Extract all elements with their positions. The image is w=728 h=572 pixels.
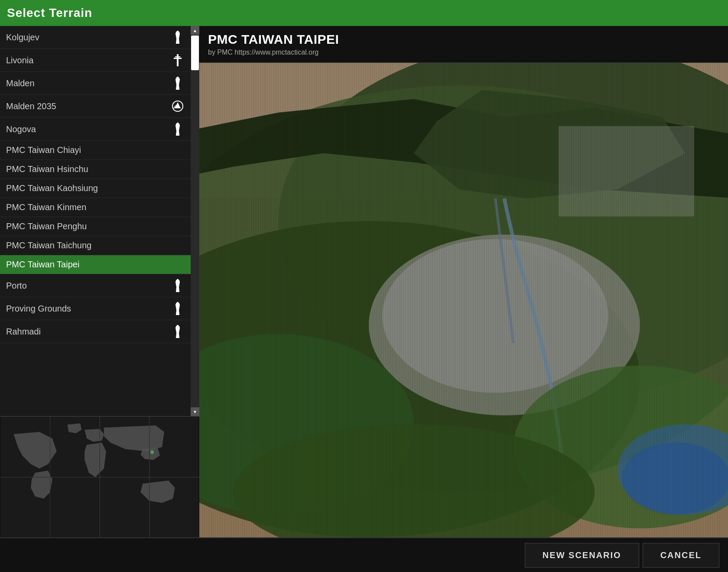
- terrain-item-label: PMC Taiwan Penghu: [6, 221, 185, 231]
- terrain-detail-title: PMC TAIWAN TAIPEI: [208, 32, 719, 47]
- terrain-item-label: PMC Taiwan Chiayi: [6, 145, 185, 155]
- terrain-item-label: Rahmadi: [6, 327, 171, 337]
- map-grid-v-1: [100, 417, 100, 537]
- terrain-preview: [199, 63, 728, 537]
- terrain-item-label: PMC Taiwan Taichung: [6, 240, 185, 250]
- svg-rect-2: [176, 33, 180, 34]
- svg-marker-30: [176, 282, 180, 287]
- svg-rect-21: [176, 124, 179, 125]
- svg-marker-32: [176, 288, 179, 291]
- svg-rect-9: [175, 56, 180, 57]
- terrain-item-icon: [171, 76, 185, 90]
- scrollbar: ▲ ▼: [191, 26, 199, 416]
- svg-rect-16: [176, 89, 179, 90]
- svg-rect-38: [176, 310, 179, 311]
- svg-marker-25: [176, 131, 179, 135]
- terrain-item[interactable]: Rahmadi: [0, 320, 191, 343]
- satellite-image: [199, 63, 728, 537]
- main-content: Kolgujev Livonia Malden Malden 2035 Nogo…: [0, 26, 728, 537]
- new-scenario-button[interactable]: NEW SCENARIO: [525, 543, 639, 568]
- terrain-item[interactable]: PMC Taiwan Taichung: [0, 236, 191, 255]
- svg-rect-6: [176, 43, 179, 44]
- left-panel: Kolgujev Livonia Malden Malden 2035 Nogo…: [0, 26, 199, 537]
- scroll-thumb[interactable]: [191, 36, 199, 70]
- terrain-item[interactable]: Proving Grounds: [0, 297, 191, 320]
- svg-marker-44: [176, 328, 180, 333]
- svg-rect-1: [176, 32, 179, 33]
- terrain-item-label: Nogova: [6, 124, 171, 134]
- svg-rect-42: [176, 326, 179, 327]
- svg-rect-35: [176, 303, 179, 304]
- terrain-item-label: PMC Taiwan Taipei: [6, 260, 185, 270]
- terrain-list-container: Kolgujev Livonia Malden Malden 2035 Nogo…: [0, 26, 199, 416]
- world-map: [0, 416, 199, 537]
- terrain-item-icon: [171, 122, 185, 136]
- svg-rect-22: [176, 125, 180, 126]
- right-panel: PMC TAIWAN TAIPEI by PMC https://www.pmc…: [199, 26, 728, 537]
- terrain-item-label: Malden 2035: [6, 101, 171, 111]
- terrain-item[interactable]: Nogova: [0, 118, 191, 141]
- terrain-item-label: Malden: [6, 78, 171, 88]
- terrain-item[interactable]: Livonia: [0, 49, 191, 72]
- terrain-item[interactable]: Kolgujev: [0, 26, 191, 49]
- svg-rect-8: [174, 58, 182, 59]
- terrain-item-label: Kolgujev: [6, 32, 171, 42]
- terrain-item-label: PMC Taiwan Kinmen: [6, 202, 185, 212]
- svg-rect-43: [176, 327, 180, 328]
- terrain-svg: [199, 63, 728, 537]
- terrain-item-icon: [171, 279, 185, 292]
- terrain-item-icon: [171, 30, 185, 44]
- terrain-item[interactable]: PMC Taiwan Chiayi: [0, 141, 191, 160]
- map-grid-v-3: [150, 417, 150, 537]
- terrain-item[interactable]: PMC Taiwan Hsinchu: [0, 160, 191, 179]
- terrain-detail-subtitle: by PMC https://www.pmctactical.org: [208, 49, 719, 56]
- terrain-item[interactable]: Porto: [0, 274, 191, 297]
- svg-point-49: [150, 450, 154, 454]
- terrain-item-label: Livonia: [6, 55, 171, 65]
- svg-rect-47: [176, 337, 179, 338]
- terrain-item-label: Proving Grounds: [6, 304, 171, 314]
- scroll-up-button[interactable]: ▲: [191, 26, 199, 35]
- scroll-down-button[interactable]: ▼: [191, 407, 199, 416]
- svg-rect-28: [176, 280, 179, 281]
- terrain-list: Kolgujev Livonia Malden Malden 2035 Nogo…: [0, 26, 191, 416]
- map-grid-v-2: [50, 417, 50, 537]
- bottom-bar: NEW SCENARIO CANCEL: [0, 537, 728, 572]
- svg-marker-39: [176, 311, 179, 314]
- terrain-info: PMC TAIWAN TAIPEI by PMC https://www.pmc…: [199, 26, 728, 63]
- svg-rect-36: [176, 304, 180, 305]
- svg-rect-40: [176, 314, 179, 315]
- terrain-item[interactable]: PMC Taiwan Kaohsiung: [0, 179, 191, 198]
- terrain-item-label: Porto: [6, 281, 171, 291]
- svg-rect-33: [176, 291, 179, 292]
- terrain-item[interactable]: PMC Taiwan Kinmen: [0, 198, 191, 217]
- svg-marker-46: [176, 334, 179, 337]
- svg-rect-24: [176, 130, 179, 131]
- terrain-item-icon: [171, 325, 185, 338]
- page-title: Select Terrain: [7, 6, 92, 20]
- svg-rect-14: [176, 84, 179, 85]
- svg-marker-5: [176, 39, 179, 43]
- svg-rect-31: [176, 287, 179, 288]
- cancel-button[interactable]: CANCEL: [643, 543, 719, 568]
- svg-marker-13: [176, 80, 180, 84]
- svg-rect-67: [199, 63, 728, 537]
- terrain-item[interactable]: Malden 2035: [0, 95, 191, 118]
- svg-marker-23: [176, 126, 180, 130]
- svg-marker-15: [176, 85, 179, 89]
- terrain-item[interactable]: Malden: [0, 72, 191, 95]
- terrain-item-icon: [171, 302, 185, 315]
- header: Select Terrain: [0, 0, 728, 26]
- terrain-item[interactable]: PMC Taiwan Penghu: [0, 217, 191, 236]
- svg-rect-4: [176, 39, 179, 39]
- svg-rect-26: [176, 135, 179, 136]
- svg-marker-37: [176, 305, 180, 310]
- svg-rect-29: [176, 281, 180, 282]
- svg-rect-11: [176, 78, 179, 79]
- terrain-item-label: PMC Taiwan Hsinchu: [6, 164, 185, 174]
- svg-marker-3: [176, 34, 180, 39]
- terrain-item-icon: [171, 99, 185, 113]
- terrain-item[interactable]: PMC Taiwan Taipei: [0, 255, 191, 274]
- svg-rect-12: [176, 79, 180, 80]
- svg-rect-7: [177, 54, 179, 66]
